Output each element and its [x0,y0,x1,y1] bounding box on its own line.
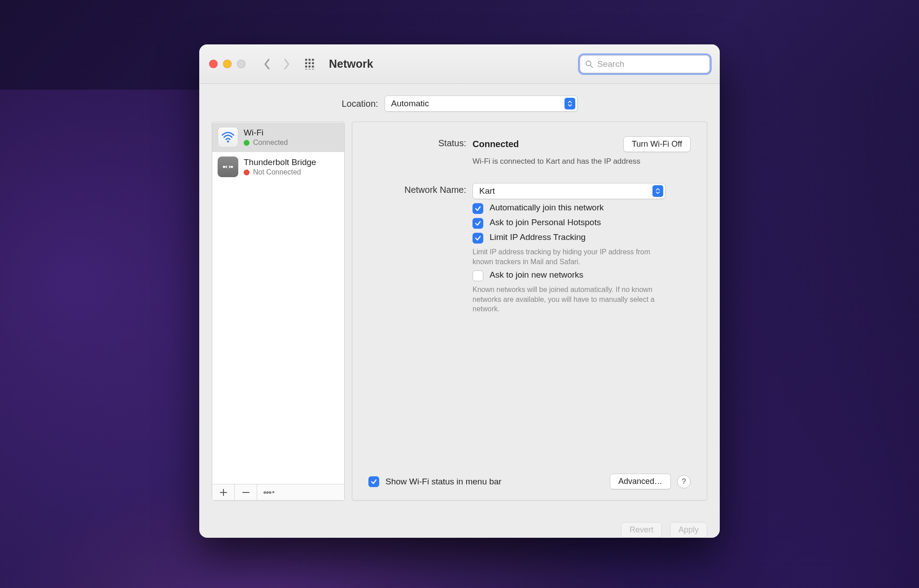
status-dot-icon [244,170,249,175]
auto-join-label: Automatically join this network [490,203,604,213]
wifi-toggle-button[interactable]: Turn Wi-Fi Off [623,136,691,152]
ask-hotspot-checkbox[interactable] [473,218,483,229]
interface-list: Wi-Fi Connected Thunderbolt Bridge [212,122,344,484]
svg-rect-5 [312,62,314,64]
search-field[interactable] [580,55,710,73]
svg-point-19 [269,492,271,493]
grid-icon [305,58,316,70]
svg-rect-9 [305,69,307,69]
detail-pane: Status: Connected Turn Wi-Fi Off Wi-Fi i… [352,122,707,501]
action-row: Revert Apply [199,513,720,538]
limit-ip-help-text: Limit IP address tracking by hiding your… [473,247,665,266]
select-stepper-icon [652,185,663,197]
svg-point-18 [267,492,268,493]
chevron-right-icon [283,58,290,70]
back-button[interactable] [261,57,273,72]
status-value: Connected [473,139,519,149]
close-button[interactable] [209,60,218,68]
ask-new-networks-checkbox[interactable] [473,270,483,281]
remove-interface-button[interactable] [235,484,257,500]
ask-new-networks-label: Ask to join new networks [490,270,583,280]
network-name-label: Network Name: [368,183,466,195]
window-controls [209,60,245,68]
network-name-value: Kart [479,186,495,196]
add-interface-button[interactable] [212,484,235,500]
help-button[interactable]: ? [677,475,691,488]
location-label: Location: [341,99,378,109]
svg-rect-3 [305,62,307,64]
sidebar-item-label: Wi-Fi [244,128,288,138]
forward-button[interactable] [280,57,293,72]
sidebar-item-wifi[interactable]: Wi-Fi Connected [212,122,344,152]
titlebar: Network [199,44,720,84]
wifi-icon [218,127,238,148]
show-all-button[interactable] [303,57,318,72]
apply-button[interactable]: Apply [670,522,707,538]
plus-icon [219,488,228,497]
svg-rect-1 [309,59,311,61]
revert-button[interactable]: Revert [621,522,662,538]
svg-point-16 [231,166,233,168]
search-input[interactable] [597,59,705,69]
ask-new-networks-help-text: Known networks will be joined automatica… [473,285,665,314]
svg-point-15 [223,166,225,168]
check-icon [474,205,481,212]
check-icon [474,235,481,242]
check-icon [370,478,377,485]
search-icon [585,60,594,69]
network-name-select[interactable]: Kart [473,183,665,199]
show-menubar-label: Show Wi-Fi status in menu bar [385,477,502,487]
page-title: Network [329,57,373,70]
limit-ip-label: Limit IP Address Tracking [490,232,586,242]
check-icon [474,220,481,227]
svg-rect-11 [312,69,314,69]
sidebar-item-label: Thunderbolt Bridge [244,157,316,167]
chevron-left-icon [263,58,271,70]
limit-ip-checkbox[interactable] [473,233,483,244]
interface-sidebar: Wi-Fi Connected Thunderbolt Bridge [212,122,345,501]
minus-icon [242,488,250,497]
svg-rect-2 [312,59,314,61]
minimize-button[interactable] [223,60,232,68]
ask-hotspot-label: Ask to join Personal Hotspots [490,218,601,227]
auto-join-checkbox[interactable] [473,203,483,214]
thunderbolt-bridge-icon [218,157,238,177]
advanced-button[interactable]: Advanced… [610,474,671,489]
svg-line-13 [591,65,593,67]
sidebar-item-status: Connected [253,139,288,147]
main-area: Wi-Fi Connected Thunderbolt Bridge [199,122,720,513]
location-select[interactable]: Automatic [385,96,578,112]
network-preferences-window: Network Location: Automatic [199,44,720,538]
select-stepper-icon [565,98,575,109]
ellipsis-dropdown-icon [263,489,275,496]
svg-rect-10 [309,69,311,69]
interface-actions-button[interactable] [257,484,280,500]
location-value: Automatic [391,99,429,109]
svg-rect-6 [305,65,307,67]
svg-point-14 [227,140,229,143]
svg-rect-4 [309,62,311,64]
status-label: Status: [368,136,466,148]
sidebar-footer [212,484,344,500]
sidebar-item-status: Not Connected [253,168,301,176]
location-row: Location: Automatic [199,84,720,122]
sidebar-item-thunderbolt-bridge[interactable]: Thunderbolt Bridge Not Connected [212,152,344,182]
status-dot-icon [244,140,249,146]
svg-rect-0 [305,59,307,61]
status-description: Wi-Fi is connected to Kart and has the I… [473,157,648,167]
svg-point-17 [264,492,266,493]
svg-rect-8 [312,65,314,67]
zoom-button[interactable] [237,60,245,68]
show-menubar-checkbox[interactable] [368,476,379,487]
svg-rect-7 [309,65,311,67]
